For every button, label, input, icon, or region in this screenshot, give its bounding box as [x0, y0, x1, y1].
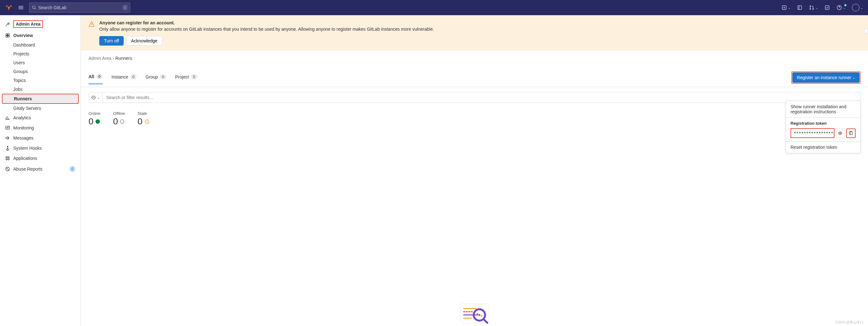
gitaly-label: Gitaly Servers	[13, 106, 41, 111]
user-menu[interactable]: ⌄	[852, 4, 863, 11]
svg-rect-15	[8, 34, 9, 35]
acknowledge-button[interactable]: Acknowledge	[126, 36, 162, 46]
stat-stale-label: Stale	[137, 111, 150, 116]
breadcrumb-parent[interactable]: Admin Area	[89, 56, 111, 61]
topics-label: Topics	[13, 78, 26, 83]
svg-point-10	[810, 8, 811, 9]
alert-text: Only allow anyone to register for accoun…	[99, 27, 434, 32]
main-content: Anyone can register for an account. Only…	[81, 15, 868, 326]
jobs-label: Jobs	[13, 87, 23, 92]
svg-rect-12	[825, 6, 829, 9]
topbar: / ⌄ ⌄ ⌄ ⌄	[0, 0, 868, 15]
clipboard-icon	[849, 131, 853, 136]
tab-group[interactable]: Group0	[146, 75, 166, 84]
tab-project-count: 0	[191, 75, 197, 80]
sidebar-item-analytics[interactable]: Analytics	[0, 113, 81, 123]
svg-point-35	[478, 314, 480, 316]
svg-point-11	[813, 8, 814, 9]
issues-link[interactable]	[797, 5, 803, 10]
filter-input[interactable]	[102, 92, 860, 103]
register-dropdown: Show runner installation and registratio…	[786, 101, 860, 153]
hamburger-icon[interactable]	[18, 4, 24, 11]
turn-off-button[interactable]: Turn off	[99, 36, 124, 46]
tab-all[interactable]: All0	[89, 74, 103, 84]
stat-stale: Stale 0	[137, 111, 150, 127]
tab-group-count: 0	[160, 75, 166, 80]
sidebar-item-messages[interactable]: Messages	[0, 133, 81, 143]
tab-all-label: All	[89, 74, 94, 79]
alert-title: Anyone can register for an account.	[99, 20, 434, 25]
chevron-down-icon: ⌄	[852, 76, 855, 80]
sidebar-item-dashboard[interactable]: Dashboard	[0, 40, 81, 49]
todos-icon	[824, 5, 830, 10]
overview-icon	[5, 33, 10, 38]
svg-rect-16	[6, 36, 8, 37]
svg-rect-8	[798, 6, 802, 9]
svg-rect-28	[850, 132, 852, 135]
abuse-label: Abuse Reports	[13, 167, 43, 172]
megaphone-icon	[5, 136, 10, 141]
dd-instructions-label: Show runner installation and registratio…	[790, 104, 846, 114]
hook-icon	[5, 146, 10, 151]
runners-label: Runners	[14, 96, 32, 101]
todos-link[interactable]	[824, 5, 830, 10]
tab-instance-count: 0	[130, 75, 137, 80]
create-menu[interactable]: ⌄	[781, 5, 790, 10]
sidebar-item-topics[interactable]: Topics	[0, 76, 81, 85]
token-value: *****************	[790, 128, 835, 138]
history-button[interactable]: ⌄	[89, 92, 102, 103]
dd-reset-label: Reset registration token	[790, 145, 837, 150]
groups-label: Groups	[13, 69, 28, 74]
sidebar-item-users[interactable]: Users	[0, 58, 81, 67]
avatar	[852, 4, 860, 11]
search-input[interactable]	[38, 5, 123, 10]
svg-rect-17	[8, 36, 9, 37]
search-box[interactable]: /	[29, 3, 130, 13]
plus-square-icon	[781, 5, 787, 10]
merge-requests-link[interactable]: ⌄	[809, 5, 818, 10]
analytics-icon	[5, 115, 10, 120]
tab-group-label: Group	[146, 75, 158, 80]
empty-state-illustration	[459, 301, 491, 326]
search-shortcut: /	[123, 5, 127, 10]
sidebar-item-overview[interactable]: Overview	[0, 30, 81, 40]
sidebar-item-monitoring[interactable]: Monitoring	[0, 123, 81, 133]
stale-icon	[145, 119, 150, 124]
reveal-token-button[interactable]	[836, 128, 845, 138]
online-dot-icon	[95, 119, 100, 124]
tabs: All0 Instance0 Group0 Project0 Register …	[81, 66, 868, 87]
sidebar-item-groups[interactable]: Groups	[0, 67, 81, 76]
scrollbar-hint[interactable]	[864, 28, 868, 34]
help-menu[interactable]: ⌄	[836, 5, 845, 10]
stats-row: Online 0 Offline 0 Stale 0	[81, 108, 868, 130]
dd-instructions[interactable]: Show runner installation and registratio…	[786, 101, 860, 117]
tab-instance[interactable]: Instance0	[112, 75, 137, 84]
register-runner-button[interactable]: Register an instance runner ⌄	[793, 72, 860, 83]
copy-token-button[interactable]	[846, 128, 856, 138]
sidebar-item-runners[interactable]: Runners	[2, 94, 79, 104]
gitlab-logo[interactable]	[5, 4, 13, 11]
dd-reset-token[interactable]: Reset registration token	[786, 142, 860, 153]
issues-icon	[797, 5, 803, 10]
admin-area-label: Admin Area	[13, 20, 43, 28]
svg-rect-14	[6, 34, 8, 35]
tab-project[interactable]: Project0	[175, 75, 197, 84]
wrench-icon	[5, 22, 10, 27]
sidebar-item-projects[interactable]: Projects	[0, 49, 81, 58]
svg-point-3	[33, 6, 35, 8]
sidebar-item-jobs[interactable]: Jobs	[0, 85, 81, 94]
sidebar-item-systemhooks[interactable]: System Hooks	[0, 143, 81, 153]
svg-point-9	[810, 6, 811, 7]
sidebar-title[interactable]: Admin Area	[0, 18, 81, 30]
overview-label: Overview	[13, 33, 33, 38]
sidebar-item-gitaly[interactable]: Gitaly Servers	[0, 104, 81, 113]
sidebar-item-applications[interactable]: Applications	[0, 153, 81, 163]
dd-token-label: Registration token	[786, 118, 860, 127]
stat-stale-value: 0	[137, 116, 143, 127]
svg-point-37	[481, 315, 482, 317]
sidebar-item-abuse[interactable]: Abuse Reports0	[0, 163, 81, 175]
svg-rect-23	[8, 158, 9, 160]
tab-instance-label: Instance	[112, 75, 128, 80]
users-label: Users	[13, 60, 25, 65]
search-icon	[32, 5, 36, 10]
